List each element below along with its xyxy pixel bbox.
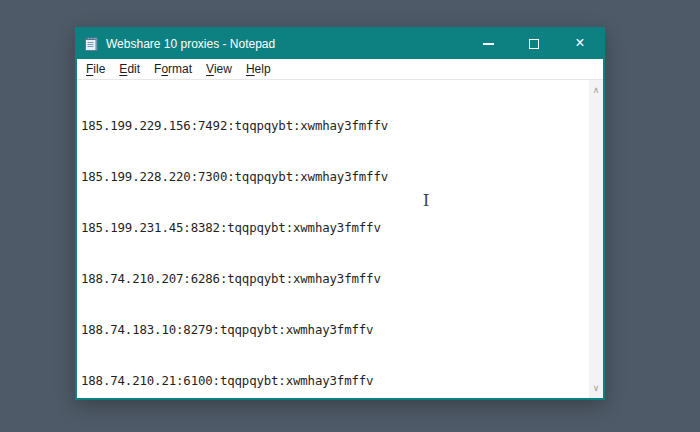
proxy-line: 188.74.210.207:6286:tqqpqybt:xwmhay3fmff… <box>81 270 587 287</box>
desktop-background: Webshare 10 proxies - Notepad × File Edi… <box>0 0 700 432</box>
titlebar[interactable]: Webshare 10 proxies - Notepad × <box>77 29 603 59</box>
notepad-window: Webshare 10 proxies - Notepad × File Edi… <box>75 27 605 400</box>
menu-file[interactable]: File <box>79 60 112 79</box>
vertical-scrollbar[interactable]: ∧ ∨ <box>589 80 603 398</box>
proxy-line: 188.74.210.21:6100:tqqpqybt:xwmhay3fmffv <box>81 372 587 389</box>
close-button[interactable]: × <box>557 29 603 59</box>
menu-view[interactable]: View <box>199 60 239 79</box>
content-area: 185.199.229.156:7492:tqqpqybt:xwmhay3fmf… <box>77 80 603 398</box>
menubar: File Edit Format View Help <box>77 59 603 80</box>
text-editor[interactable]: 185.199.229.156:7492:tqqpqybt:xwmhay3fmf… <box>77 80 589 398</box>
window-controls: × <box>465 29 603 59</box>
proxy-line: 185.199.231.45:8382:tqqpqybt:xwmhay3fmff… <box>81 219 587 236</box>
notepad-icon <box>84 36 100 52</box>
menu-edit[interactable]: Edit <box>112 60 147 79</box>
proxy-line: 185.199.228.220:7300:tqqpqybt:xwmhay3fmf… <box>81 168 587 185</box>
close-icon: × <box>575 35 584 51</box>
maximize-button[interactable] <box>511 29 557 59</box>
window-title: Webshare 10 proxies - Notepad <box>106 37 465 51</box>
proxy-line: 185.199.229.156:7492:tqqpqybt:xwmhay3fmf… <box>81 117 587 134</box>
scroll-down-icon[interactable]: ∨ <box>589 380 603 396</box>
menu-help[interactable]: Help <box>239 60 278 79</box>
menu-format[interactable]: Format <box>147 60 199 79</box>
scroll-up-icon[interactable]: ∧ <box>589 82 603 98</box>
minimize-button[interactable] <box>465 29 511 59</box>
maximize-icon <box>529 39 539 49</box>
proxy-line: 188.74.183.10:8279:tqqpqybt:xwmhay3fmffv <box>81 321 587 338</box>
minimize-icon <box>483 43 494 45</box>
